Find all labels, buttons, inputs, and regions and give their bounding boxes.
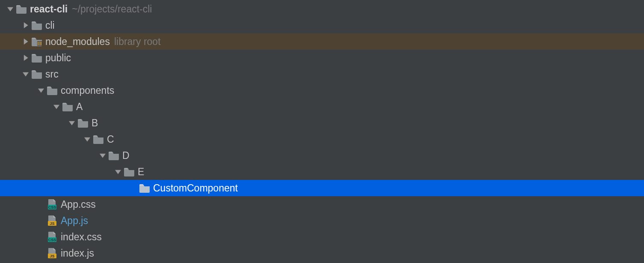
svg-marker-9 <box>38 89 44 93</box>
folder-icon <box>31 53 43 63</box>
project-tree: react-cli ~/projects/react-cli cli node_… <box>0 0 644 261</box>
tree-row-src[interactable]: src <box>0 66 644 82</box>
tree-row-cli[interactable]: cli <box>0 17 644 33</box>
folder-label: CustomComponent <box>153 182 238 194</box>
tree-row-node-modules[interactable]: node_modules library root <box>0 33 644 50</box>
tree-row-e[interactable]: E <box>0 164 644 180</box>
tree-row-root[interactable]: react-cli ~/projects/react-cli <box>0 1 644 17</box>
folder-icon <box>92 134 104 144</box>
chevron-down-icon[interactable] <box>83 136 92 142</box>
css-file-icon: CSS <box>46 199 58 210</box>
chevron-down-icon[interactable] <box>68 120 76 126</box>
file-label: App.css <box>61 199 96 210</box>
folder-icon <box>62 102 74 111</box>
svg-rect-4 <box>38 42 41 45</box>
tree-row-custom-component[interactable]: CustomComponent <box>0 180 644 196</box>
folder-icon <box>77 118 89 128</box>
file-label: index.js <box>61 248 94 259</box>
chevron-down-icon[interactable] <box>114 169 122 175</box>
chevron-right-icon[interactable] <box>21 55 30 61</box>
folder-label: A <box>76 101 83 113</box>
svg-rect-6 <box>40 42 41 45</box>
svg-marker-1 <box>24 22 28 28</box>
root-name: react-cli <box>30 3 68 15</box>
folder-label: D <box>122 150 130 161</box>
folder-label: components <box>61 85 114 96</box>
folder-label: src <box>45 69 59 80</box>
folder-icon <box>15 4 27 14</box>
library-root-label: library root <box>114 36 161 48</box>
tree-row-c[interactable]: C <box>0 131 644 147</box>
css-file-icon: CSS <box>46 231 58 242</box>
svg-marker-11 <box>69 121 75 126</box>
svg-text:CSS: CSS <box>48 238 56 242</box>
tree-row-app-css[interactable]: CSS App.css <box>0 196 644 212</box>
svg-marker-14 <box>115 170 121 174</box>
file-label: App.js <box>61 215 88 227</box>
svg-text:JS: JS <box>50 221 54 226</box>
tree-row-components[interactable]: components <box>0 82 644 99</box>
svg-rect-5 <box>38 42 39 45</box>
chevron-down-icon[interactable] <box>21 71 30 77</box>
svg-marker-2 <box>24 39 28 45</box>
folder-label: node_modules <box>45 36 110 48</box>
tree-row-index-js[interactable]: JS index.js <box>0 245 644 261</box>
file-label: index.css <box>61 231 102 243</box>
folder-icon <box>123 167 135 176</box>
folder-label: public <box>45 52 71 64</box>
tree-row-index-css[interactable]: CSS index.css <box>0 229 644 245</box>
tree-row-d[interactable]: D <box>0 147 644 164</box>
folder-icon <box>108 151 120 160</box>
folder-icon <box>139 183 151 193</box>
chevron-right-icon[interactable] <box>21 22 30 28</box>
svg-marker-10 <box>53 105 59 109</box>
tree-row-a[interactable]: A <box>0 99 644 115</box>
svg-marker-13 <box>100 154 106 158</box>
folder-icon <box>31 21 43 30</box>
folder-icon <box>46 86 58 95</box>
chevron-down-icon[interactable] <box>6 6 15 12</box>
folder-icon <box>31 69 43 79</box>
svg-marker-12 <box>84 137 90 142</box>
library-folder-icon <box>31 37 43 46</box>
svg-text:JS: JS <box>50 254 54 258</box>
svg-marker-7 <box>24 55 28 61</box>
svg-marker-0 <box>7 7 13 12</box>
tree-row-public[interactable]: public <box>0 50 644 66</box>
folder-label: B <box>92 117 98 129</box>
folder-label: C <box>107 134 114 145</box>
svg-text:CSS: CSS <box>48 205 56 209</box>
tree-row-b[interactable]: B <box>0 115 644 131</box>
js-file-icon: JS <box>46 248 58 259</box>
chevron-right-icon[interactable] <box>21 39 30 45</box>
js-file-icon: JS <box>46 215 58 226</box>
folder-label: cli <box>45 20 55 31</box>
root-path: ~/projects/react-cli <box>72 3 152 15</box>
tree-row-app-js[interactable]: JS App.js <box>0 212 644 229</box>
chevron-down-icon[interactable] <box>37 87 45 93</box>
folder-label: E <box>138 166 144 178</box>
chevron-down-icon[interactable] <box>98 152 107 158</box>
chevron-down-icon[interactable] <box>52 104 61 110</box>
svg-marker-8 <box>23 72 29 77</box>
